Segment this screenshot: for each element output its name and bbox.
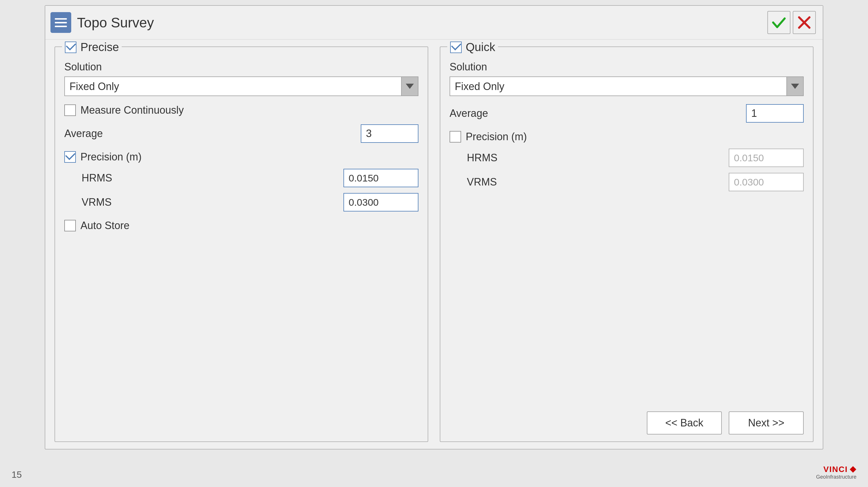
quick-panel-content: Solution Fixed Only Float Autonomous <box>450 61 804 191</box>
precise-precision-row: Precision (m) <box>64 151 418 163</box>
svg-rect-2 <box>850 466 857 473</box>
precise-solution-select[interactable]: Fixed Only Float Autonomous <box>64 77 418 96</box>
quick-precision-checkbox[interactable] <box>450 131 461 143</box>
header-left: Topo Survey <box>51 12 154 33</box>
precise-average-row: Average <box>64 124 418 143</box>
vinci-sub: GeoInfrastructure <box>816 474 857 480</box>
x-icon <box>797 15 812 30</box>
precise-hrms-input[interactable] <box>343 169 418 187</box>
page-number: 15 <box>11 469 22 480</box>
quick-panel-checkbox[interactable] <box>450 41 462 53</box>
dialog-header: Topo Survey <box>45 6 823 39</box>
precise-panel-title-row: Precise <box>62 41 122 54</box>
precise-solution-section: Solution Fixed Only Float Autonomous <box>64 61 418 96</box>
vinci-diamond-icon <box>849 466 857 473</box>
quick-average-row: Average <box>450 104 804 123</box>
precise-average-label: Average <box>64 127 103 140</box>
quick-precision-section: Precision (m) HRMS VRMS <box>450 131 804 191</box>
vinci-logo: VINCI GeoInfrastructure <box>816 465 857 480</box>
quick-precision-row: Precision (m) <box>450 131 804 143</box>
quick-solution-label: Solution <box>450 61 804 73</box>
quick-precision-label: Precision (m) <box>466 131 527 143</box>
back-button[interactable]: << Back <box>647 412 722 434</box>
precise-measure-continuously-checkbox[interactable] <box>64 104 76 116</box>
precise-measure-continuously-label: Measure Continuously <box>81 104 184 116</box>
menu-line-3 <box>55 26 67 27</box>
precise-hrms-label: HRMS <box>82 172 125 184</box>
quick-hrms-label: HRMS <box>467 152 510 164</box>
precise-solution-dropdown-wrapper: Fixed Only Float Autonomous <box>64 77 418 96</box>
menu-line-1 <box>55 18 67 20</box>
dialog-body: Precise Solution Fixed Only Float Autono… <box>45 39 823 449</box>
main-dialog: Topo Survey Precise <box>45 5 823 450</box>
dialog-title: Topo Survey <box>77 15 154 31</box>
precise-solution-label: Solution <box>64 61 418 73</box>
precise-precision-checkbox[interactable] <box>64 151 76 163</box>
quick-vrms-input[interactable] <box>729 173 804 191</box>
quick-average-label: Average <box>450 107 488 119</box>
check-icon <box>771 15 786 30</box>
precise-auto-store-checkbox[interactable] <box>64 220 76 232</box>
header-actions <box>767 11 816 34</box>
accept-button[interactable] <box>767 11 790 34</box>
precise-panel: Precise Solution Fixed Only Float Autono… <box>55 47 428 442</box>
quick-hrms-row: HRMS <box>450 149 804 167</box>
quick-average-input[interactable] <box>746 104 804 123</box>
precise-panel-content: Solution Fixed Only Float Autonomous <box>64 61 418 232</box>
precise-average-input[interactable] <box>361 124 418 143</box>
precise-panel-title: Precise <box>81 41 119 54</box>
quick-panel-top: Solution Fixed Only Float Autonomous <box>450 54 804 403</box>
quick-panel-body: Solution Fixed Only Float Autonomous <box>450 54 804 434</box>
quick-solution-section: Solution Fixed Only Float Autonomous <box>450 61 804 96</box>
quick-vrms-label: VRMS <box>467 176 510 188</box>
vinci-name: VINCI <box>823 465 848 474</box>
precise-hrms-row: HRMS <box>64 169 418 187</box>
vinci-brand-row: VINCI <box>823 465 857 474</box>
navigation-row: << Back Next >> <box>450 403 804 434</box>
next-button[interactable]: Next >> <box>729 412 804 434</box>
precise-vrms-input[interactable] <box>343 193 418 211</box>
precise-vrms-row: VRMS <box>64 193 418 211</box>
quick-solution-dropdown-wrapper: Fixed Only Float Autonomous <box>450 77 804 96</box>
menu-button[interactable] <box>51 12 71 33</box>
precise-panel-checkbox[interactable] <box>65 41 76 53</box>
quick-panel-title-row: Quick <box>447 41 498 54</box>
quick-hrms-input[interactable] <box>729 149 804 167</box>
quick-solution-select[interactable]: Fixed Only Float Autonomous <box>450 77 804 96</box>
cancel-button[interactable] <box>793 11 816 34</box>
precise-precision-section: Precision (m) HRMS VRMS <box>64 151 418 211</box>
quick-panel-title: Quick <box>466 41 495 54</box>
menu-line-2 <box>55 22 67 23</box>
precise-measure-continuously-row: Measure Continuously <box>64 104 418 116</box>
precise-auto-store-label: Auto Store <box>81 219 129 232</box>
precise-precision-label: Precision (m) <box>81 151 142 163</box>
quick-panel: Quick Solution Fixed Only Float Autono <box>440 47 813 442</box>
precise-auto-store-row: Auto Store <box>64 219 418 232</box>
precise-vrms-label: VRMS <box>82 196 125 208</box>
quick-vrms-row: VRMS <box>450 173 804 191</box>
